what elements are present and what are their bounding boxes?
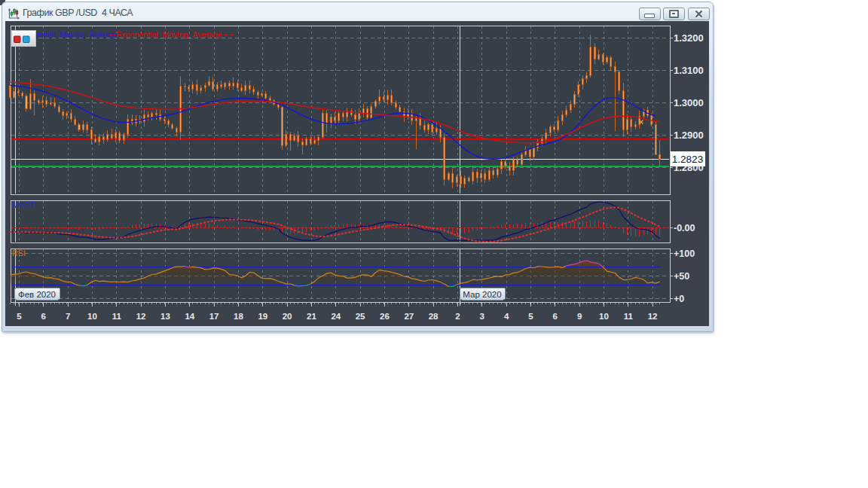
svg-text:9: 9 [577, 312, 582, 321]
svg-text:11: 11 [112, 312, 122, 321]
svg-text:+0: +0 [674, 294, 684, 304]
svg-text:12: 12 [136, 312, 146, 321]
svg-text:5: 5 [17, 312, 22, 321]
svg-text:5: 5 [528, 312, 533, 321]
svg-text:10: 10 [599, 312, 609, 321]
svg-text:20: 20 [283, 312, 292, 321]
svg-text:-0.00: -0.00 [674, 223, 695, 233]
svg-text:1.3100: 1.3100 [674, 65, 704, 76]
svg-text:3: 3 [480, 312, 484, 321]
svg-text:17: 17 [209, 312, 219, 321]
svg-text:Exponential_Moving_Average: Exponential_Moving_Average [116, 30, 222, 39]
svg-text:6: 6 [41, 312, 46, 321]
svg-text:24: 24 [331, 312, 341, 321]
svg-text:4: 4 [504, 312, 509, 321]
svg-text:1.3000: 1.3000 [674, 97, 704, 108]
svg-text:1.2900: 1.2900 [674, 130, 704, 141]
svg-text:25: 25 [356, 312, 365, 321]
svg-text:1.3200: 1.3200 [674, 32, 704, 44]
svg-text:2: 2 [455, 312, 460, 321]
svg-text:21: 21 [307, 312, 316, 321]
svg-text:Фев 2020: Фев 2020 [18, 290, 56, 299]
svg-text:26: 26 [380, 312, 390, 321]
svg-text:27: 27 [404, 312, 414, 321]
svg-text:12: 12 [648, 312, 658, 321]
svg-text:+50: +50 [674, 271, 689, 282]
svg-text:7: 7 [66, 312, 70, 321]
svg-text:6: 6 [553, 312, 558, 321]
svg-text:13: 13 [160, 312, 170, 321]
svg-text:19: 19 [258, 312, 267, 321]
svg-text:14: 14 [185, 312, 194, 321]
svg-text:28: 28 [429, 312, 439, 321]
svg-text:10: 10 [87, 312, 97, 321]
svg-text:1.2823: 1.2823 [672, 154, 703, 165]
svg-text:18: 18 [234, 312, 243, 321]
svg-text:11: 11 [624, 312, 634, 321]
svg-text:+100: +100 [674, 249, 695, 259]
svg-text:RSI: RSI [12, 249, 26, 258]
svg-text:MACD: MACD [12, 200, 36, 209]
svg-text:Мар 2020: Мар 2020 [463, 290, 501, 299]
